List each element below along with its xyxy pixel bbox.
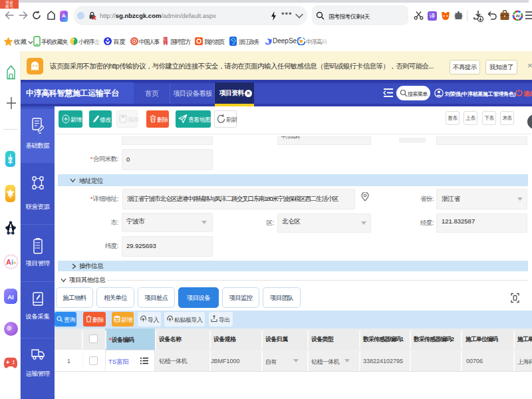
svg-text:AI: AI (516, 14, 520, 18)
